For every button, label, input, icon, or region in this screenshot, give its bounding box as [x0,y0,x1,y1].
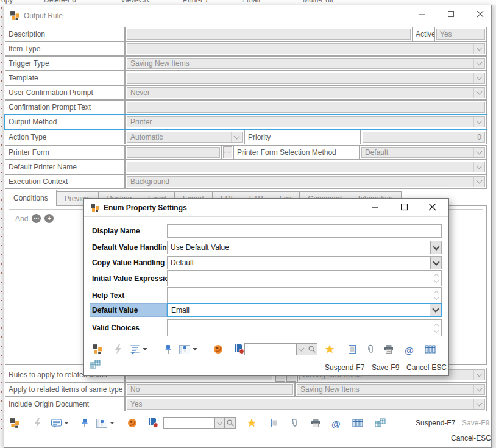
binder-icon[interactable] [352,417,364,429]
description-input[interactable] [125,27,413,41]
binder-icon[interactable] [424,343,436,355]
search-dropdown-button[interactable] [215,417,225,429]
tab-conditions[interactable]: Conditions [5,190,57,206]
item-type-select[interactable] [125,41,487,56]
row-printer-form: Printer Form ··· Printer Form Selection … [5,145,487,160]
save-button[interactable]: Save-F9 [372,363,399,372]
search-input[interactable] [163,417,215,429]
related-tables-icon[interactable] [374,417,386,429]
help-text-input[interactable] [167,287,442,304]
initial-value-expression-input[interactable] [167,270,442,286]
search-input[interactable] [244,343,297,355]
chevron-down-icon[interactable] [473,88,484,98]
chevron-down-icon[interactable] [473,117,484,127]
chevron-down-icon[interactable] [473,399,484,409]
minimize-button[interactable] [411,7,433,21]
suspend-button[interactable]: Suspend-F7 [416,419,455,427]
default-value-handling-select[interactable]: Use Default Value [167,241,442,254]
chevron-down-icon[interactable] [473,44,484,54]
copy-value-handling-select[interactable]: Default [167,256,442,269]
close-button[interactable] [422,200,443,215]
default-printer-name-select[interactable] [125,160,487,174]
chevron-down-icon[interactable] [473,177,484,187]
user-icon[interactable] [212,343,224,355]
save-button[interactable]: Save-F9 [462,419,489,427]
pushpin-icon[interactable] [79,417,91,429]
cancel-button[interactable]: Cancel-ESC [406,363,447,372]
spinner-icon[interactable] [432,320,441,336]
maximize-button[interactable] [440,7,462,21]
comment-icon[interactable] [51,418,63,430]
template-select[interactable] [125,71,487,85]
background-menu-item: Email [242,0,260,4]
row-description: Description Active Yes [5,27,487,41]
execution-context-select[interactable]: Background [125,174,487,189]
chevron-down-icon[interactable] [430,304,441,316]
chevron-down-icon[interactable] [473,385,484,394]
search-button[interactable] [225,417,236,429]
pin-panel-icon[interactable] [96,418,108,430]
printer-form-selection-method-select[interactable]: Default [360,145,487,160]
user-confirmation-prompt-select[interactable]: Never [125,85,487,100]
titlebar[interactable]: Output Rule [4,5,491,26]
favorite-star-icon[interactable]: ★ [247,418,257,428]
spinner-icon[interactable] [432,271,441,286]
related-tables-icon[interactable] [89,358,101,371]
chevron-down-icon[interactable] [430,241,441,254]
printer-icon[interactable] [310,417,322,429]
favorite-star-icon[interactable]: ★ [325,344,335,355]
chevron-down-icon[interactable] [473,59,484,68]
pin-panel-icon[interactable] [179,344,191,356]
chevron-down-icon[interactable] [473,370,484,380]
chevron-down-icon[interactable] [473,148,484,157]
active-input[interactable]: Yes [434,27,487,41]
suspend-button[interactable]: Suspend-F7 [325,363,364,372]
pin-panel-dropdown-icon[interactable] [193,348,197,350]
comment-icon[interactable] [129,344,141,356]
close-button[interactable] [469,7,491,21]
comment-dropdown-icon[interactable] [143,348,147,350]
paperclip-icon[interactable] [364,343,377,355]
default-value-select[interactable]: Email [167,303,442,317]
condition-options-button[interactable]: ··· [32,214,41,223]
minimize-button[interactable] [365,200,386,215]
lightning-icon[interactable] [32,417,44,429]
email-at-icon[interactable]: @ [331,419,341,428]
printer-form-input[interactable] [125,145,222,160]
include-origin-select[interactable]: Yes [125,397,487,411]
clipboard-icon[interactable] [269,417,281,429]
clipboard-icon[interactable] [346,343,358,355]
comment-dropdown-icon[interactable] [64,422,69,424]
trigger-type-select[interactable]: Saving New Items [125,56,487,71]
cancel-button[interactable]: Cancel-ESC [451,434,491,443]
confirmation-prompt-text-input[interactable] [125,100,487,115]
condition-add-button[interactable]: + [44,214,54,223]
document-check-icon[interactable] [233,343,245,355]
chevron-down-icon[interactable] [231,132,242,142]
output-method-select[interactable]: Printer [125,115,487,129]
email-at-icon[interactable]: @ [405,346,414,355]
display-name-input[interactable] [167,224,442,238]
dialog-titlebar[interactable]: Enum Property Settings [84,199,448,217]
printer-icon[interactable] [383,343,395,355]
pushpin-icon[interactable] [162,343,174,355]
priority-input[interactable]: 0 [361,130,487,144]
user-icon[interactable] [126,417,138,429]
paperclip-icon[interactable] [288,417,300,429]
chevron-down-icon[interactable] [430,257,441,269]
maximize-button[interactable] [394,200,415,215]
spinner-icon[interactable] [432,288,441,303]
default-value-handling-label: Default Value Handling [92,241,167,254]
document-check-icon[interactable] [147,416,159,428]
apply-to-related-trigger-select[interactable]: Saving New Items [295,382,487,397]
browse-button[interactable]: ··· [223,146,232,158]
search-button[interactable] [306,343,317,355]
valid-choices-input[interactable] [167,319,442,336]
action-type-select[interactable]: Automatic [125,130,244,144]
apply-to-related-select[interactable]: No [125,382,295,397]
pin-panel-dropdown-icon[interactable] [110,422,115,424]
lightning-icon[interactable] [112,343,124,355]
chevron-down-icon[interactable] [473,162,484,172]
search-dropdown-button[interactable] [297,343,306,355]
chevron-down-icon[interactable] [473,73,484,83]
